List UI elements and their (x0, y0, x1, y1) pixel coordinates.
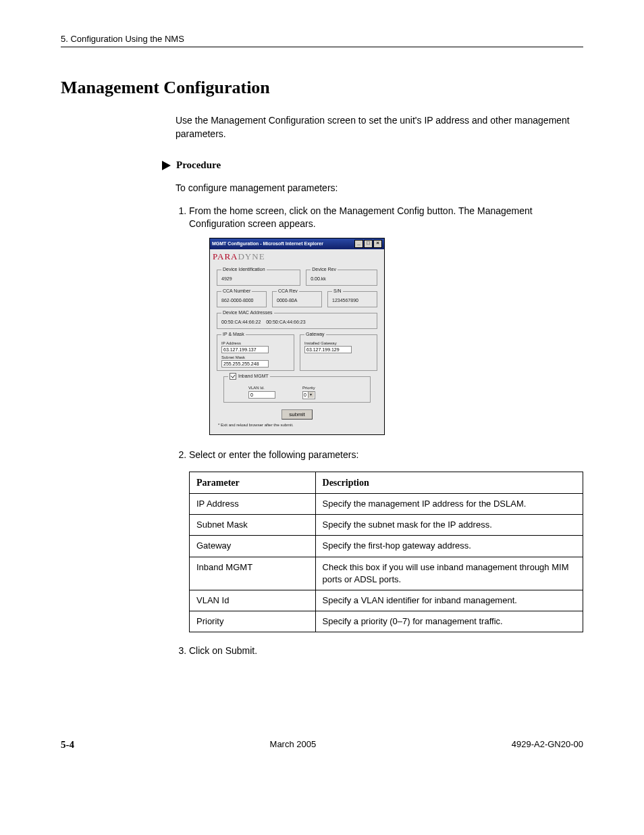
table-row: PrioritySpecify a priority (0–7) for man… (190, 611, 583, 632)
arrow-right-icon (162, 161, 171, 170)
th-description: Description (315, 472, 583, 494)
mgmt-config-window: MGMT Configuration - Microsoft Internet … (209, 238, 385, 435)
procedure-heading: Procedure (162, 159, 583, 171)
device-id-value: 4929 (221, 276, 296, 282)
table-row: VLAN IdSpecify a VLAN identifier for inb… (190, 590, 583, 611)
page-number: 5-4 (61, 739, 74, 751)
cca-number-label: CCA Number (221, 288, 252, 295)
ip-address-input[interactable] (221, 346, 269, 353)
submit-button[interactable]: submit (281, 409, 313, 420)
running-header: 5. Configuration Using the NMS (61, 34, 583, 47)
step-1-text: From the home screen, click on the Manag… (189, 205, 533, 230)
mac-values: 00:50:CA:44:66:22 00:50:CA:44:66:23 (221, 319, 373, 326)
footer-date: March 2005 (270, 739, 317, 751)
chevron-down-icon: ▾ (308, 392, 314, 397)
device-rev-value: 0.00.kk (311, 276, 373, 282)
brand-logo: PARADYNE (210, 249, 384, 267)
ip-address-label: IP Address (221, 340, 290, 346)
gateway-label: Gateway (304, 331, 326, 338)
step-2: Select or enter the following parameters… (189, 449, 583, 633)
cca-rev-label: CCA Rev (277, 288, 299, 295)
vlan-id-input[interactable] (248, 391, 275, 399)
installed-gateway-input[interactable] (304, 346, 352, 353)
sn-value: 1234567890 (332, 297, 373, 304)
page-footer: 5-4 March 2005 4929-A2-GN20-00 (61, 739, 583, 751)
procedure-intro: To configure management parameters: (176, 182, 583, 195)
priority-col: Priority 0▾ (302, 384, 315, 399)
subnet-mask-input[interactable] (221, 360, 269, 368)
page-title: Management Configuration (61, 78, 583, 98)
cca-rev-group: CCA Rev 0000-80A (272, 291, 322, 307)
priority-select[interactable]: 0▾ (302, 391, 315, 399)
sn-group: S/N 1234567890 (327, 291, 377, 307)
ip-mask-group: IP & Mask IP Address Subnet Mask (217, 334, 294, 372)
minimize-icon[interactable]: _ (354, 240, 363, 248)
step-3: Click on Submit. (189, 644, 583, 658)
table-row: Subnet MaskSpecify the subnet mask for t… (190, 515, 583, 536)
installed-gateway-label: Installed Gateway (304, 340, 373, 346)
procedure-steps: From the home screen, click on the Manag… (176, 205, 583, 658)
step-2-text: Select or enter the following parameters… (189, 449, 358, 460)
gateway-group: Gateway Installed Gateway (300, 334, 377, 372)
window-titlebar: MGMT Configuration - Microsoft Internet … (210, 238, 384, 249)
window-title: MGMT Configuration - Microsoft Internet … (212, 241, 323, 247)
inband-mgmt-group: Inband MGMT VLAN Id. Priority 0▾ (223, 376, 371, 402)
table-row: IP AddressSpecify the management IP addr… (190, 494, 583, 515)
mac-group: Device MAC Addresses 00:50:CA:44:66:22 0… (217, 313, 377, 329)
table-row: GatewaySpecify the first-hop gateway add… (190, 536, 583, 557)
table-row: Inband MGMTCheck this box if you will us… (190, 557, 583, 590)
step-1: From the home screen, click on the Manag… (189, 205, 583, 435)
cca-rev-value: 0000-80A (277, 297, 317, 304)
intro-text: Use the Management Configuration screen … (176, 114, 583, 141)
cca-number-group: CCA Number 862-0000-8000 (217, 291, 267, 307)
close-icon[interactable]: × (373, 240, 382, 248)
device-id-label: Device Identification (221, 266, 267, 273)
subnet-mask-label: Subnet Mask (221, 355, 290, 360)
device-rev-label: Device Rev (311, 266, 338, 273)
priority-label: Priority (302, 385, 315, 390)
ip-mask-label: IP & Mask (221, 331, 246, 338)
vlan-col: VLAN Id. (248, 384, 275, 399)
window-buttons: _ □ × (354, 240, 382, 248)
vlan-id-label: VLAN Id. (248, 385, 275, 390)
device-rev-group: Device Rev 0.00.kk (306, 270, 377, 286)
procedure-label: Procedure (176, 159, 221, 171)
chapter-label: 5. Configuration Using the NMS (61, 34, 184, 44)
inband-mgmt-checkbox[interactable] (230, 373, 236, 380)
sn-label: S/N (332, 288, 343, 295)
device-id-group: Device Identification 4929 (217, 270, 300, 286)
th-parameter: Parameter (190, 472, 316, 494)
parameter-table: Parameter Description IP AddressSpecify … (189, 472, 583, 633)
maximize-icon[interactable]: □ (364, 240, 373, 248)
submit-note: * Exit and reload browser after the subm… (218, 422, 379, 428)
doc-number: 4929-A2-GN20-00 (512, 739, 583, 751)
inband-mgmt-legend: Inband MGMT (228, 373, 270, 380)
mac-label: Device MAC Addresses (221, 309, 274, 316)
cca-number-value: 862-0000-8000 (221, 297, 262, 304)
